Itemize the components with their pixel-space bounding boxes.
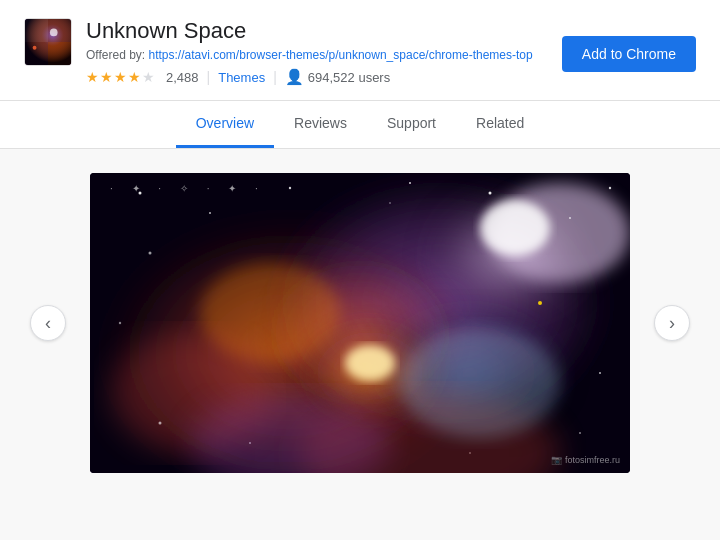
separator-2: | (273, 69, 277, 85)
star-3: ★ (114, 69, 127, 85)
svg-point-33 (159, 422, 162, 425)
extension-header: Unknown Space Offered by: https://atavi.… (0, 0, 720, 101)
star-2: ★ (100, 69, 113, 85)
carousel-next-button[interactable]: › (654, 305, 690, 341)
meta-row: ★ ★ ★ ★ ★ 2,488 | Themes | 👤 694,522 use… (86, 68, 533, 86)
extension-icon (24, 18, 72, 66)
svg-point-27 (599, 372, 601, 374)
svg-point-21 (389, 203, 391, 205)
screenshot-image (90, 173, 630, 473)
star-rating: ★ ★ ★ ★ ★ (86, 69, 155, 85)
add-to-chrome-button[interactable]: Add to Chrome (562, 36, 696, 72)
rating-count: 2,488 (166, 70, 199, 85)
separator-1: | (207, 69, 211, 85)
svg-point-5 (33, 46, 37, 50)
users-info: 👤 694,522 users (285, 68, 390, 86)
carousel-prev-button[interactable]: ‹ (30, 305, 66, 341)
svg-point-17 (345, 345, 395, 381)
svg-point-26 (149, 252, 152, 255)
svg-point-32 (579, 432, 581, 434)
screenshot-container: 📷 fotosimfree.ru (90, 173, 630, 473)
svg-point-29 (409, 182, 411, 184)
users-icon: 👤 (285, 68, 304, 86)
svg-point-19 (209, 212, 211, 214)
star-5: ★ (142, 69, 155, 85)
tab-support[interactable]: Support (367, 101, 456, 148)
svg-point-4 (50, 29, 58, 37)
content-area: ‹ (0, 149, 720, 497)
category-link[interactable]: Themes (218, 70, 265, 85)
svg-point-36 (400, 328, 560, 438)
star-1: ★ (86, 69, 99, 85)
svg-point-24 (609, 187, 611, 189)
users-count: 694,522 users (308, 70, 390, 85)
header-left: Unknown Space Offered by: https://atavi.… (24, 18, 533, 86)
tab-reviews[interactable]: Reviews (274, 101, 367, 148)
svg-point-28 (119, 322, 121, 324)
tab-related[interactable]: Related (456, 101, 544, 148)
svg-point-22 (489, 192, 492, 195)
svg-point-16 (480, 200, 550, 256)
star-4: ★ (128, 69, 141, 85)
offered-by: Offered by: https://atavi.com/browser-th… (86, 48, 533, 62)
tabs-container: Overview Reviews Support Related (0, 101, 720, 149)
svg-point-23 (569, 217, 571, 219)
svg-point-20 (289, 187, 291, 189)
svg-point-18 (139, 192, 142, 195)
tab-overview[interactable]: Overview (176, 101, 274, 148)
svg-rect-3 (25, 19, 71, 65)
offered-by-link[interactable]: https://atavi.com/browser-themes/p/unkno… (149, 48, 533, 62)
header-info: Unknown Space Offered by: https://atavi.… (86, 18, 533, 86)
extension-title: Unknown Space (86, 18, 533, 44)
watermark: 📷 fotosimfree.ru (551, 455, 620, 465)
svg-point-25 (538, 301, 542, 305)
